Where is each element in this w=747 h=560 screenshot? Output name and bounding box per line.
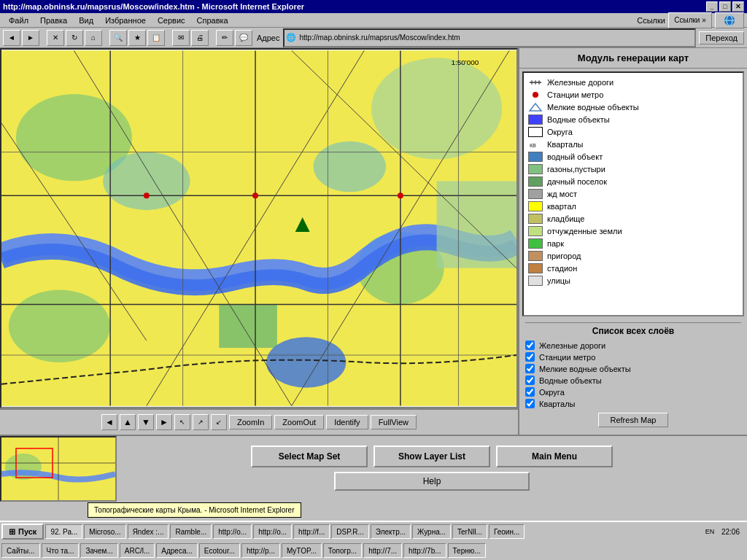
nav-down-button[interactable]: ▼ [138, 414, 154, 430]
forward-button[interactable]: ► [22, 30, 39, 46]
layer-item: Станции метро [525, 352, 741, 362]
system-tray: EN 22:06 [704, 526, 746, 537]
legend-item: пригород [528, 251, 738, 261]
tooltip-popup: Топографические карты Крыма. - Microsoft… [88, 502, 301, 518]
legend-item: Станции метро [528, 90, 738, 100]
legend-icon [528, 201, 543, 211]
refresh-map-button[interactable]: Refresh Map [598, 413, 669, 427]
address-label: Адрес [257, 34, 280, 42]
legend-item: газоны,пустыри [528, 164, 738, 174]
taskbar-item[interactable]: 92. Ра... [45, 524, 82, 539]
maximize-button[interactable]: □ [719, 1, 731, 12]
show-layer-list-button[interactable]: Show Layer List [374, 446, 490, 467]
legend-label: кладбище [547, 214, 584, 223]
taskbar-item[interactable]: DSP.R... [331, 524, 369, 539]
mini-map [0, 436, 117, 502]
legend-label: жд мост [547, 190, 577, 198]
close-button[interactable]: ✕ [732, 1, 744, 12]
taskbar-item[interactable]: http://f... [293, 524, 330, 539]
layer-checkbox[interactable] [525, 376, 535, 385]
taskbar-item[interactable]: ARC/l... [120, 543, 155, 558]
address-input[interactable] [298, 31, 694, 45]
legend-label: Мелкие водные объекты [547, 103, 639, 112]
menu-file[interactable]: Файл [3, 15, 34, 26]
legend-label: Станции метро [547, 90, 603, 99]
taskbar-item[interactable]: MyTOP... [282, 543, 322, 558]
stop-button[interactable]: ✕ [47, 30, 64, 46]
taskbar-item[interactable]: Электр... [371, 524, 411, 539]
taskbar-item[interactable]: Топогр... [323, 543, 362, 558]
layer-checkbox[interactable] [525, 399, 535, 408]
taskbar-item[interactable]: Зачем... [80, 543, 117, 558]
taskbar-item[interactable]: http://7... [363, 543, 402, 558]
window-controls[interactable]: _ □ ✕ [706, 1, 744, 12]
nav-left-button[interactable]: ◄ [101, 414, 117, 430]
layer-checkbox[interactable] [525, 387, 535, 397]
nav-upright-button[interactable]: ↗ [193, 414, 209, 430]
taskbar-item[interactable]: Журна... [412, 524, 451, 539]
favorites-button[interactable]: ★ [128, 30, 146, 46]
layer-label: Водные объекты [539, 376, 602, 385]
legend-item: дачный поселок [528, 176, 738, 187]
taskbar-item[interactable]: http://7b... [403, 543, 446, 558]
legend-icon [528, 251, 543, 261]
legend-label: Водные объекты [547, 115, 610, 124]
home-button[interactable]: ⌂ [85, 30, 102, 46]
nav-upleft-button[interactable]: ↖ [174, 414, 190, 430]
mail-button[interactable]: ✉ [172, 30, 190, 46]
nav-right-button[interactable]: ► [156, 414, 172, 430]
history-button[interactable]: 📋 [147, 30, 165, 46]
taskbar-item[interactable]: Терню... [448, 543, 486, 558]
help-button[interactable]: Help [334, 472, 530, 491]
edit-button[interactable]: ✏ [216, 30, 233, 46]
taskbar-item[interactable]: Ecotour... [199, 543, 240, 558]
layer-checkbox[interactable] [525, 341, 535, 350]
menu-favorites[interactable]: Избранное [99, 15, 152, 26]
full-view-button[interactable]: FullView [371, 415, 417, 429]
select-map-set-button[interactable]: Select Map Set [251, 446, 368, 467]
start-label: Пуск [18, 527, 36, 536]
legend-label: Кварталы [547, 140, 583, 149]
start-button[interactable]: ⊞ Пуск [1, 524, 44, 540]
svg-rect-13 [437, 181, 516, 268]
menu-view[interactable]: Вид [73, 15, 99, 26]
menu-tools[interactable]: Сервис [152, 15, 191, 26]
svg-point-11 [103, 152, 190, 211]
discuss-button[interactable]: 💬 [235, 30, 252, 46]
map-container[interactable]: 1:50'000 [0, 48, 518, 408]
legend-item: Мелкие водные объекты [528, 102, 738, 112]
search-nav-button[interactable]: 🔍 [109, 30, 127, 46]
taskbar-item[interactable]: Что та... [42, 543, 80, 558]
svg-point-8 [9, 290, 110, 362]
taskbar-item[interactable]: Адреса... [156, 543, 198, 558]
layer-checkbox[interactable] [525, 352, 535, 362]
zoom-out-button[interactable]: ZoomOut [274, 415, 324, 429]
print-button[interactable]: 🖨 [191, 30, 209, 46]
taskbar-item[interactable]: TerNll... [452, 524, 487, 539]
refresh-nav-button[interactable]: ↻ [66, 30, 83, 46]
taskbar-item[interactable]: http://o... [213, 524, 252, 539]
nav-downleft-button[interactable]: ↙ [211, 414, 227, 430]
nav-up-button[interactable]: ▲ [120, 414, 136, 430]
taskbar-item[interactable]: Microso... [84, 524, 125, 539]
taskbar-item[interactable]: Яndex :... [128, 524, 169, 539]
legend-item: водный объект [528, 152, 738, 162]
minimize-button[interactable]: _ [706, 1, 718, 12]
layer-checkbox[interactable] [525, 364, 535, 373]
legend-label: водный объект [547, 152, 603, 161]
zoom-in-button[interactable]: ZoomIn [229, 415, 272, 429]
menu-help[interactable]: Справка [191, 15, 234, 26]
mini-map-svg [1, 438, 115, 500]
links-button[interactable]: Ссылки » [668, 12, 712, 28]
taskbar-item[interactable]: Геоин... [489, 524, 525, 539]
back-button[interactable]: ◄ [3, 30, 20, 46]
identify-button[interactable]: Identify [326, 415, 368, 429]
taskbar-item[interactable]: http://p... [241, 543, 280, 558]
taskbar-item[interactable]: Ramble... [170, 524, 212, 539]
taskbar-item[interactable]: Сайты... [1, 543, 40, 558]
taskbar-item[interactable]: http://o... [253, 524, 292, 539]
legend-label: пригород [547, 252, 581, 260]
menu-edit[interactable]: Правка [34, 15, 73, 26]
main-menu-button[interactable]: Main Menu [496, 446, 613, 467]
go-button[interactable]: Переход [699, 31, 744, 44]
